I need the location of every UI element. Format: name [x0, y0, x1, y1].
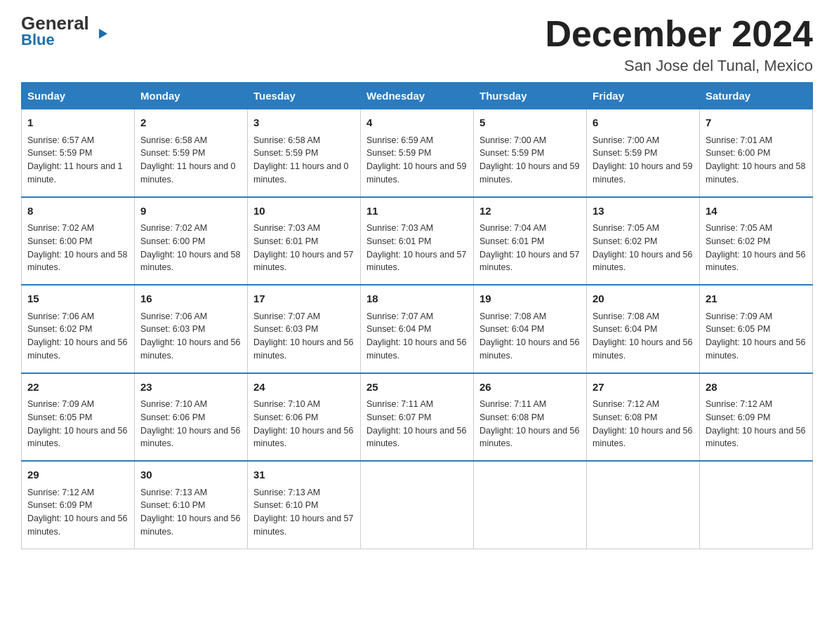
sunrise-text: Sunrise: 7:05 AM [593, 223, 659, 233]
column-header-thursday: Thursday [474, 83, 587, 109]
sunrise-text: Sunrise: 7:03 AM [253, 223, 320, 233]
daylight-text: Daylight: 10 hours and 58 minutes. [140, 250, 240, 273]
sunset-text: Sunset: 5:59 PM [593, 148, 657, 158]
day-number: 16 [140, 291, 241, 307]
day-number: 27 [593, 380, 694, 396]
logo: General Blue [21, 14, 96, 49]
day-cell: 16Sunrise: 7:06 AMSunset: 6:03 PMDayligh… [135, 285, 248, 373]
daylight-text: Daylight: 10 hours and 56 minutes. [593, 337, 692, 361]
day-cell: 21Sunrise: 7:09 AMSunset: 6:05 PMDayligh… [700, 285, 813, 373]
sunrise-text: Sunrise: 7:08 AM [593, 311, 659, 321]
day-number: 18 [366, 291, 468, 307]
day-cell: 2Sunrise: 6:58 AMSunset: 5:59 PMDaylight… [135, 109, 248, 197]
calendar-table: SundayMondayTuesdayWednesdayThursdayFrid… [21, 82, 813, 549]
sunrise-text: Sunrise: 7:07 AM [253, 311, 320, 321]
sunset-text: Sunset: 6:04 PM [593, 324, 657, 334]
column-header-wednesday: Wednesday [361, 83, 474, 109]
day-cell: 9Sunrise: 7:02 AMSunset: 6:00 PMDaylight… [135, 197, 248, 286]
daylight-text: Daylight: 10 hours and 56 minutes. [479, 426, 579, 449]
sunrise-text: Sunrise: 7:12 AM [27, 488, 94, 497]
sunset-text: Sunset: 6:00 PM [706, 148, 770, 158]
sunset-text: Sunset: 6:05 PM [706, 324, 770, 334]
day-cell: 6Sunrise: 7:00 AMSunset: 5:59 PMDaylight… [587, 109, 700, 197]
day-cell [587, 461, 700, 549]
daylight-text: Daylight: 10 hours and 57 minutes. [253, 250, 353, 273]
calendar-title: December 2024 [545, 14, 813, 54]
sunset-text: Sunset: 5:59 PM [140, 148, 205, 158]
sunrise-text: Sunrise: 7:07 AM [366, 311, 433, 321]
day-cell: 5Sunrise: 7:00 AMSunset: 5:59 PMDaylight… [474, 109, 587, 197]
title-section: December 2024 San Jose del Tunal, Mexico [545, 14, 813, 75]
day-cell [361, 461, 474, 549]
day-number: 5 [479, 115, 581, 131]
day-cell [474, 461, 587, 549]
day-number: 29 [27, 467, 128, 483]
day-number: 17 [253, 291, 355, 307]
daylight-text: Daylight: 10 hours and 56 minutes. [140, 426, 240, 449]
sunrise-text: Sunrise: 7:01 AM [706, 135, 772, 145]
day-number: 25 [366, 380, 468, 396]
sunset-text: Sunset: 6:06 PM [253, 412, 318, 422]
column-header-saturday: Saturday [700, 83, 813, 109]
daylight-text: Daylight: 10 hours and 56 minutes. [593, 250, 692, 273]
day-cell: 28Sunrise: 7:12 AMSunset: 6:09 PMDayligh… [700, 373, 813, 462]
sunrise-text: Sunrise: 7:12 AM [593, 399, 659, 409]
sunset-text: Sunset: 6:02 PM [706, 236, 770, 246]
logo-line1: General [21, 14, 96, 32]
day-number: 14 [706, 203, 807, 220]
day-number: 20 [593, 291, 694, 307]
day-number: 26 [479, 380, 581, 396]
day-number: 31 [253, 467, 355, 483]
column-header-sunday: Sunday [22, 83, 135, 109]
day-cell: 19Sunrise: 7:08 AMSunset: 6:04 PMDayligh… [474, 285, 587, 373]
sunrise-text: Sunrise: 7:09 AM [27, 399, 94, 409]
day-cell: 25Sunrise: 7:11 AMSunset: 6:07 PMDayligh… [361, 373, 474, 462]
day-cell: 8Sunrise: 7:02 AMSunset: 6:00 PMDaylight… [22, 197, 135, 286]
sunset-text: Sunset: 6:04 PM [479, 324, 544, 334]
daylight-text: Daylight: 10 hours and 56 minutes. [140, 337, 240, 361]
sunset-text: Sunset: 6:03 PM [253, 324, 318, 334]
sunrise-text: Sunrise: 6:58 AM [140, 135, 207, 145]
sunset-text: Sunset: 5:59 PM [366, 148, 431, 158]
sunset-text: Sunset: 6:01 PM [366, 236, 431, 246]
day-cell: 22Sunrise: 7:09 AMSunset: 6:05 PMDayligh… [22, 373, 135, 462]
sunrise-text: Sunrise: 7:13 AM [253, 488, 320, 497]
day-number: 22 [27, 380, 128, 396]
sunset-text: Sunset: 6:06 PM [140, 412, 205, 422]
sunrise-text: Sunrise: 7:06 AM [140, 311, 207, 321]
sunset-text: Sunset: 6:01 PM [479, 236, 544, 246]
column-header-friday: Friday [587, 83, 700, 109]
daylight-text: Daylight: 11 hours and 0 minutes. [253, 161, 349, 185]
day-cell: 24Sunrise: 7:10 AMSunset: 6:06 PMDayligh… [248, 373, 361, 462]
day-number: 13 [593, 203, 694, 220]
sunset-text: Sunset: 6:09 PM [27, 500, 92, 510]
day-cell: 18Sunrise: 7:07 AMSunset: 6:04 PMDayligh… [361, 285, 474, 373]
week-row-2: 8Sunrise: 7:02 AMSunset: 6:00 PMDaylight… [22, 197, 813, 286]
day-cell: 10Sunrise: 7:03 AMSunset: 6:01 PMDayligh… [248, 197, 361, 286]
daylight-text: Daylight: 10 hours and 59 minutes. [593, 161, 692, 185]
sunset-text: Sunset: 6:08 PM [479, 412, 544, 422]
daylight-text: Daylight: 10 hours and 58 minutes. [706, 161, 805, 185]
daylight-text: Daylight: 10 hours and 57 minutes. [479, 250, 579, 273]
day-cell: 17Sunrise: 7:07 AMSunset: 6:03 PMDayligh… [248, 285, 361, 373]
sunrise-text: Sunrise: 7:09 AM [706, 311, 772, 321]
day-cell: 29Sunrise: 7:12 AMSunset: 6:09 PMDayligh… [22, 461, 135, 549]
day-cell: 20Sunrise: 7:08 AMSunset: 6:04 PMDayligh… [587, 285, 700, 373]
day-cell: 30Sunrise: 7:13 AMSunset: 6:10 PMDayligh… [135, 461, 248, 549]
day-cell: 23Sunrise: 7:10 AMSunset: 6:06 PMDayligh… [135, 373, 248, 462]
day-number: 2 [140, 115, 241, 131]
day-number: 4 [366, 115, 468, 131]
daylight-text: Daylight: 10 hours and 56 minutes. [366, 426, 466, 449]
sunset-text: Sunset: 6:09 PM [706, 412, 770, 422]
sunrise-text: Sunrise: 7:06 AM [27, 311, 94, 321]
day-number: 28 [706, 380, 807, 396]
day-number: 12 [479, 203, 581, 220]
daylight-text: Daylight: 10 hours and 57 minutes. [253, 514, 353, 537]
sunrise-text: Sunrise: 7:12 AM [706, 399, 772, 409]
day-cell: 13Sunrise: 7:05 AMSunset: 6:02 PMDayligh… [587, 197, 700, 286]
sunrise-text: Sunrise: 7:00 AM [593, 135, 659, 145]
week-row-3: 15Sunrise: 7:06 AMSunset: 6:02 PMDayligh… [22, 285, 813, 373]
sunset-text: Sunset: 6:10 PM [253, 500, 318, 510]
day-cell: 7Sunrise: 7:01 AMSunset: 6:00 PMDaylight… [700, 109, 813, 197]
day-cell: 11Sunrise: 7:03 AMSunset: 6:01 PMDayligh… [361, 197, 474, 286]
